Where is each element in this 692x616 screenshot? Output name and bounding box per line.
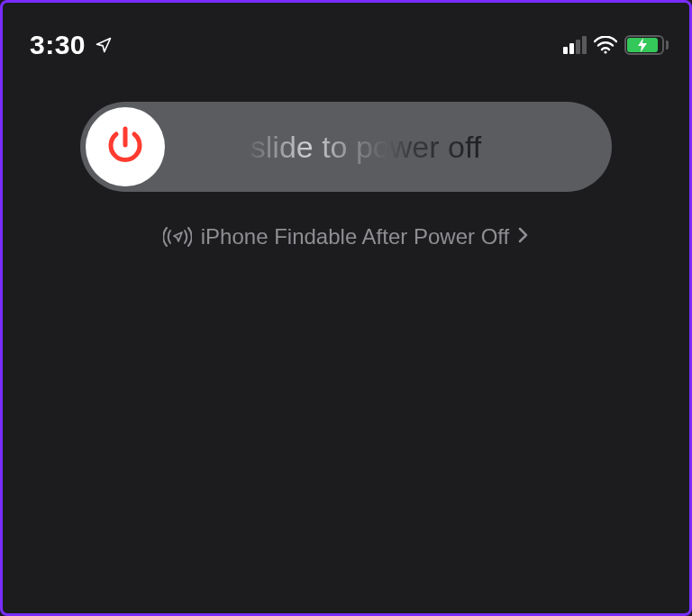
status-time: 3:30 — [30, 30, 86, 60]
power-off-slider-label: slide to power off — [165, 130, 612, 165]
location-services-icon — [95, 36, 113, 54]
wifi-icon — [594, 36, 617, 54]
svg-point-0 — [604, 50, 606, 53]
power-off-slider[interactable]: slide to power off — [80, 102, 612, 192]
findable-after-power-off-link[interactable]: iPhone Findable After Power Off — [163, 224, 529, 249]
status-left: 3:30 — [30, 30, 113, 60]
battery-charging-icon — [624, 35, 664, 55]
findable-label: iPhone Findable After Power Off — [201, 224, 509, 249]
status-bar: 3:30 — [3, 3, 689, 68]
find-my-broadcast-icon — [163, 226, 192, 248]
power-off-area: slide to power off iPhone Findable After… — [3, 102, 689, 249]
status-right — [563, 35, 664, 55]
chevron-right-icon — [518, 225, 529, 249]
power-icon — [104, 123, 147, 170]
power-off-slider-knob[interactable] — [86, 107, 165, 186]
cellular-signal-icon — [563, 36, 587, 54]
